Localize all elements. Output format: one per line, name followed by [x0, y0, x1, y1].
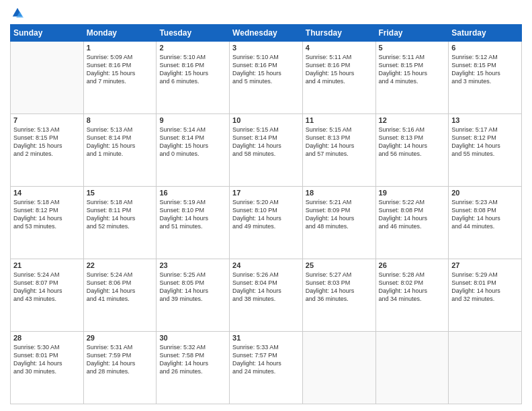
day-number: 13: [451, 116, 519, 124]
day-number: 11: [306, 116, 373, 124]
day-number: 24: [232, 261, 300, 269]
day-info: Sunrise: 5:32 AM Sunset: 7:58 PM Dayligh…: [159, 343, 226, 376]
day-info: Sunrise: 5:13 AM Sunset: 8:14 PM Dayligh…: [87, 126, 154, 158]
day-info: Sunrise: 5:23 AM Sunset: 8:08 PM Dayligh…: [451, 198, 519, 231]
day-cell: 27Sunrise: 5:29 AM Sunset: 8:01 PM Dayli…: [449, 259, 522, 332]
day-cell: 16Sunrise: 5:19 AM Sunset: 8:10 PM Dayli…: [157, 187, 230, 259]
day-number: 17: [232, 189, 300, 197]
day-info: Sunrise: 5:15 AM Sunset: 8:14 PM Dayligh…: [232, 126, 300, 158]
day-number: 12: [379, 116, 446, 124]
day-cell: 11Sunrise: 5:15 AM Sunset: 8:13 PM Dayli…: [302, 114, 375, 187]
day-number: 21: [13, 261, 81, 269]
day-info: Sunrise: 5:16 AM Sunset: 8:13 PM Dayligh…: [379, 126, 446, 158]
day-number: 3: [232, 44, 300, 52]
day-number: 23: [159, 261, 226, 269]
day-cell: 30Sunrise: 5:32 AM Sunset: 7:58 PM Dayli…: [157, 332, 230, 404]
day-cell: 29Sunrise: 5:31 AM Sunset: 7:59 PM Dayli…: [83, 332, 157, 404]
page: SundayMondayTuesdayWednesdayThursdayFrid…: [0, 0, 532, 411]
day-cell: 19Sunrise: 5:22 AM Sunset: 8:08 PM Dayli…: [375, 187, 449, 259]
day-cell: 26Sunrise: 5:28 AM Sunset: 8:02 PM Dayli…: [375, 259, 449, 332]
day-cell: 6Sunrise: 5:12 AM Sunset: 8:15 PM Daylig…: [449, 42, 522, 114]
day-info: Sunrise: 5:14 AM Sunset: 8:14 PM Dayligh…: [159, 126, 226, 158]
day-info: Sunrise: 5:10 AM Sunset: 8:16 PM Dayligh…: [159, 53, 226, 86]
day-info: Sunrise: 5:10 AM Sunset: 8:16 PM Dayligh…: [232, 53, 300, 86]
day-info: Sunrise: 5:18 AM Sunset: 8:11 PM Dayligh…: [87, 198, 154, 231]
day-info: Sunrise: 5:13 AM Sunset: 8:15 PM Dayligh…: [13, 126, 81, 158]
weekday-header-thursday: Thursday: [302, 25, 375, 42]
day-number: 10: [232, 116, 300, 124]
day-info: Sunrise: 5:33 AM Sunset: 7:57 PM Dayligh…: [232, 343, 300, 376]
day-info: Sunrise: 5:19 AM Sunset: 8:10 PM Dayligh…: [159, 198, 226, 231]
day-info: Sunrise: 5:17 AM Sunset: 8:12 PM Dayligh…: [451, 126, 519, 158]
day-cell: [449, 332, 522, 404]
day-info: Sunrise: 5:18 AM Sunset: 8:12 PM Dayligh…: [13, 198, 81, 231]
day-info: Sunrise: 5:20 AM Sunset: 8:10 PM Dayligh…: [232, 198, 300, 231]
weekday-header-tuesday: Tuesday: [157, 25, 230, 42]
day-cell: 13Sunrise: 5:17 AM Sunset: 8:12 PM Dayli…: [449, 114, 522, 187]
weekday-header-wednesday: Wednesday: [230, 25, 303, 42]
day-cell: 8Sunrise: 5:13 AM Sunset: 8:14 PM Daylig…: [83, 114, 157, 187]
day-number: 4: [306, 44, 373, 52]
day-info: Sunrise: 5:25 AM Sunset: 8:05 PM Dayligh…: [159, 271, 226, 304]
day-number: 26: [379, 261, 446, 269]
day-number: 2: [159, 44, 226, 52]
day-cell: 2Sunrise: 5:10 AM Sunset: 8:16 PM Daylig…: [157, 42, 230, 114]
day-info: Sunrise: 5:09 AM Sunset: 8:16 PM Dayligh…: [87, 53, 154, 86]
day-info: Sunrise: 5:28 AM Sunset: 8:02 PM Dayligh…: [379, 271, 446, 304]
day-cell: 4Sunrise: 5:11 AM Sunset: 8:16 PM Daylig…: [302, 42, 375, 114]
weekday-header-sunday: Sunday: [11, 25, 84, 42]
day-number: 18: [306, 189, 373, 197]
logo: [10, 7, 24, 19]
day-cell: 17Sunrise: 5:20 AM Sunset: 8:10 PM Dayli…: [230, 187, 303, 259]
day-cell: 12Sunrise: 5:16 AM Sunset: 8:13 PM Dayli…: [375, 114, 449, 187]
day-number: 31: [232, 334, 300, 342]
day-number: 22: [87, 261, 154, 269]
day-number: 19: [379, 189, 446, 197]
day-info: Sunrise: 5:30 AM Sunset: 8:01 PM Dayligh…: [13, 343, 81, 376]
day-info: Sunrise: 5:21 AM Sunset: 8:09 PM Dayligh…: [306, 198, 373, 231]
day-number: 7: [13, 116, 81, 124]
day-info: Sunrise: 5:24 AM Sunset: 8:07 PM Dayligh…: [13, 271, 81, 304]
day-cell: 3Sunrise: 5:10 AM Sunset: 8:16 PM Daylig…: [230, 42, 303, 114]
weekday-header-monday: Monday: [83, 25, 157, 42]
day-cell: 21Sunrise: 5:24 AM Sunset: 8:07 PM Dayli…: [11, 259, 84, 332]
day-info: Sunrise: 5:11 AM Sunset: 8:16 PM Dayligh…: [306, 53, 373, 86]
week-row-4: 21Sunrise: 5:24 AM Sunset: 8:07 PM Dayli…: [11, 259, 522, 332]
day-info: Sunrise: 5:11 AM Sunset: 8:15 PM Dayligh…: [379, 53, 446, 86]
day-cell: 15Sunrise: 5:18 AM Sunset: 8:11 PM Dayli…: [83, 187, 157, 259]
weekday-header-saturday: Saturday: [449, 25, 522, 42]
day-number: 20: [451, 189, 519, 197]
day-cell: 1Sunrise: 5:09 AM Sunset: 8:16 PM Daylig…: [83, 42, 157, 114]
day-cell: 24Sunrise: 5:26 AM Sunset: 8:04 PM Dayli…: [230, 259, 303, 332]
day-cell: 7Sunrise: 5:13 AM Sunset: 8:15 PM Daylig…: [11, 114, 84, 187]
day-number: 6: [451, 44, 519, 52]
day-info: Sunrise: 5:29 AM Sunset: 8:01 PM Dayligh…: [451, 271, 519, 304]
logo-icon: [11, 7, 24, 19]
day-cell: 5Sunrise: 5:11 AM Sunset: 8:15 PM Daylig…: [375, 42, 449, 114]
day-cell: [11, 42, 84, 114]
day-cell: 18Sunrise: 5:21 AM Sunset: 8:09 PM Dayli…: [302, 187, 375, 259]
day-info: Sunrise: 5:12 AM Sunset: 8:15 PM Dayligh…: [451, 53, 519, 86]
day-number: 1: [87, 44, 154, 52]
day-number: 28: [13, 334, 81, 342]
day-cell: 10Sunrise: 5:15 AM Sunset: 8:14 PM Dayli…: [230, 114, 303, 187]
week-row-5: 28Sunrise: 5:30 AM Sunset: 8:01 PM Dayli…: [11, 332, 522, 404]
day-number: 16: [159, 189, 226, 197]
day-number: 8: [87, 116, 154, 124]
header: [10, 7, 522, 19]
day-info: Sunrise: 5:22 AM Sunset: 8:08 PM Dayligh…: [379, 198, 446, 231]
day-cell: 22Sunrise: 5:24 AM Sunset: 8:06 PM Dayli…: [83, 259, 157, 332]
day-info: Sunrise: 5:31 AM Sunset: 7:59 PM Dayligh…: [87, 343, 154, 376]
day-info: Sunrise: 5:27 AM Sunset: 8:03 PM Dayligh…: [306, 271, 373, 304]
calendar-table: SundayMondayTuesdayWednesdayThursdayFrid…: [10, 24, 522, 404]
day-cell: 20Sunrise: 5:23 AM Sunset: 8:08 PM Dayli…: [449, 187, 522, 259]
day-cell: [375, 332, 449, 404]
week-row-2: 7Sunrise: 5:13 AM Sunset: 8:15 PM Daylig…: [11, 114, 522, 187]
day-number: 27: [451, 261, 519, 269]
day-cell: [302, 332, 375, 404]
week-row-1: 1Sunrise: 5:09 AM Sunset: 8:16 PM Daylig…: [11, 42, 522, 114]
weekday-header-friday: Friday: [375, 25, 449, 42]
day-cell: 23Sunrise: 5:25 AM Sunset: 8:05 PM Dayli…: [157, 259, 230, 332]
week-row-3: 14Sunrise: 5:18 AM Sunset: 8:12 PM Dayli…: [11, 187, 522, 259]
day-number: 30: [159, 334, 226, 342]
